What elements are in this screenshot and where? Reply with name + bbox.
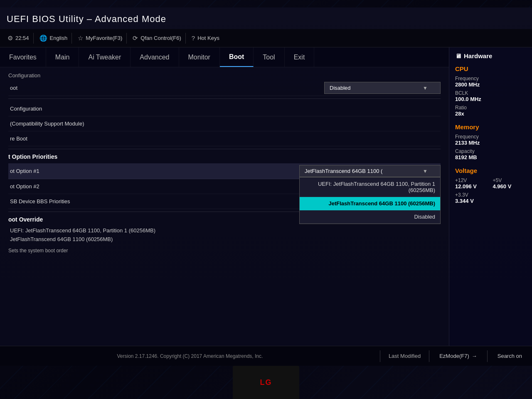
- fan-icon: ⟳: [133, 34, 138, 42]
- cpu-bclk-value: 100.0 MHz: [455, 96, 526, 102]
- cpu-ratio-row: Ratio 28x: [455, 105, 526, 117]
- nav-boot[interactable]: Boot: [220, 47, 254, 67]
- memory-capacity-value: 8192 MB: [455, 154, 526, 160]
- boot-value: Disabled ▼: [324, 82, 441, 94]
- memory-section: Memory Frequency 2133 MHz Capacity 8192 …: [455, 123, 526, 160]
- question-icon: ?: [192, 34, 195, 42]
- time-value: 22:54: [15, 35, 29, 41]
- memory-section-title: Memory: [455, 123, 526, 131]
- v5-label: +5V: [493, 177, 527, 183]
- cpu-frequency-row: Frequency 2800 MHz: [455, 76, 526, 88]
- last-modified-label: Last Modified: [380, 353, 429, 359]
- search-on-button[interactable]: Search on: [488, 346, 532, 366]
- search-on-label: Search on: [498, 353, 522, 359]
- toolbar: ⚙ 22:54 🌐 English ☆ MyFavorite(F3) ⟳ Qfa…: [0, 29, 532, 47]
- clock-icon: ⚙: [7, 34, 13, 42]
- memory-frequency-value: 2133 MHz: [455, 140, 526, 146]
- boot-option1-label: ot Option #1: [8, 168, 299, 174]
- dropdown-option-uefi[interactable]: UEFI: JetFlashTranscend 64GB 1100, Parti…: [300, 177, 440, 197]
- dropdown-option-jetflash[interactable]: JetFlashTranscend 64GB 1100 (60256MB): [300, 197, 440, 210]
- v12-row: +12V 12.096 V: [455, 177, 489, 190]
- nav-ai-tweaker[interactable]: Ai Tweaker: [79, 47, 131, 67]
- nav-main[interactable]: Main: [46, 47, 79, 67]
- override-item-2[interactable]: JetFlashTranscend 64GB 1100 (60256MB): [8, 235, 441, 244]
- boot-option1-row: ot Option #1 JetFlashTranscend 64GB 1100…: [8, 163, 441, 179]
- language-selector[interactable]: 🌐 English: [35, 33, 72, 44]
- cpu-ratio-label: Ratio: [455, 105, 526, 111]
- boot-option1-selected: JetFlashTranscend 64GB 1100 (: [305, 168, 382, 174]
- qfan-button[interactable]: ⟳ Qfan Control(F6): [128, 33, 186, 44]
- nav-exit[interactable]: Exit: [285, 47, 315, 67]
- ezmode-button[interactable]: EzMode(F7) →: [429, 346, 487, 366]
- nav-favorites[interactable]: Favorites: [0, 47, 46, 67]
- breadcrumb: Configuration: [8, 72, 441, 79]
- status-bar: Version 2.17.1246. Copyright (C) 2017 Am…: [0, 346, 532, 366]
- memory-capacity-label: Capacity: [455, 148, 526, 154]
- dropdown-option-disabled[interactable]: Disabled: [300, 210, 440, 224]
- divider-1: [8, 99, 441, 99]
- myfavorite-label: MyFavorite(F3): [86, 35, 122, 41]
- nav-monitor[interactable]: Monitor: [179, 47, 220, 67]
- boot-option1-dropdown-menu: UEFI: JetFlashTranscend 64GB 1100, Parti…: [299, 177, 441, 224]
- v5-value: 4.960 V: [493, 183, 527, 190]
- boot-priorities-title: t Option Priorities: [8, 153, 441, 160]
- boot-row: oot Disabled ▼: [8, 80, 441, 96]
- boot-dropdown-button[interactable]: Disabled ▼: [324, 82, 441, 94]
- hint-text: Sets the system boot order: [8, 248, 441, 254]
- override-item-1[interactable]: UEFI: JetFlashTranscend 64GB 1100, Parti…: [8, 226, 441, 235]
- v12-value: 12.096 V: [455, 183, 489, 190]
- v33-row: +3.3V 3.344 V: [455, 192, 489, 204]
- cpu-section: CPU Frequency 2800 MHz BCLK 100.0 MHz Ra…: [455, 65, 526, 117]
- memory-frequency-row: Frequency 2133 MHz: [455, 134, 526, 146]
- nav-menu: Favorites Main Ai Tweaker Advanced Monit…: [0, 47, 449, 67]
- cpu-frequency-value: 2800 MHz: [455, 81, 526, 88]
- boot-dropdown-selected: Disabled: [330, 85, 351, 91]
- voltage-grid: +12V 12.096 V +5V 4.960 V +3.3V 3.344 V: [455, 177, 526, 204]
- lg-logo: LG: [260, 378, 272, 387]
- nav-advanced[interactable]: Advanced: [131, 47, 179, 67]
- title-bar: UEFI BIOS Utility – Advanced Mode: [0, 11, 532, 27]
- dropdown-arrow-2-icon: ▼: [423, 168, 428, 174]
- boot-label: oot: [8, 85, 324, 91]
- monitor-stand: LG: [233, 366, 299, 399]
- configuration-label: Configuration: [8, 106, 441, 112]
- v5-row: +5V 4.960 V: [493, 177, 527, 190]
- memory-frequency-label: Frequency: [455, 134, 526, 140]
- hotkeys-button[interactable]: ? Hot Keys: [187, 33, 224, 43]
- voltage-section: Voltage +12V 12.096 V +5V 4.960 V +3.3V …: [455, 167, 526, 204]
- main-content: Configuration oot Disabled ▼ Configurati…: [0, 67, 449, 346]
- copyright-text: Version 2.17.1246. Copyright (C) 2017 Am…: [0, 353, 380, 359]
- secure-boot-row: re Boot: [8, 131, 441, 146]
- csm-row: (Compatibility Support Module): [8, 116, 441, 131]
- qfan-label: Qfan Control(F6): [140, 35, 181, 41]
- cpu-bclk-label: BCLK: [455, 90, 526, 96]
- star-icon: ☆: [78, 34, 83, 42]
- hardware-panel-title: 🖥 Hardware: [455, 52, 526, 59]
- divider-2: [8, 149, 441, 149]
- bios-title: UEFI BIOS Utility – Advanced Mode: [7, 14, 166, 25]
- boot-option1-dropdown-button[interactable]: JetFlashTranscend 64GB 1100 ( ▼: [299, 165, 441, 177]
- secure-boot-label: re Boot: [8, 135, 441, 142]
- hardware-panel: 🖥 Hardware CPU Frequency 2800 MHz BCLK 1…: [449, 47, 532, 346]
- boot-option1-value: JetFlashTranscend 64GB 1100 ( ▼ UEFI: Je…: [299, 165, 441, 177]
- dropdown-arrow-icon: ▼: [423, 85, 428, 91]
- v33-label: +3.3V: [455, 192, 489, 198]
- csm-label: (Compatibility Support Module): [8, 121, 441, 127]
- cpu-ratio-value: 28x: [455, 111, 526, 117]
- time-display: ⚙ 22:54: [3, 33, 34, 44]
- cpu-bclk-row: BCLK 100.0 MHz: [455, 90, 526, 102]
- memory-capacity-row: Capacity 8192 MB: [455, 148, 526, 160]
- hotkeys-label: Hot Keys: [197, 35, 219, 41]
- myfavorite-button[interactable]: ☆ MyFavorite(F3): [74, 33, 127, 44]
- nav-tool[interactable]: Tool: [254, 47, 284, 67]
- v12-label: +12V: [455, 177, 489, 183]
- globe-icon: 🌐: [39, 34, 47, 42]
- ezmode-arrow-icon: →: [472, 353, 477, 359]
- boot-option1-dropdown-container: JetFlashTranscend 64GB 1100 ( ▼ UEFI: Je…: [299, 165, 441, 177]
- monitor-icon: 🖥: [455, 52, 461, 59]
- ezmode-label: EzMode(F7): [439, 353, 469, 359]
- cpu-frequency-label: Frequency: [455, 76, 526, 81]
- v33-value: 3.344 V: [455, 198, 489, 204]
- configuration-row: Configuration: [8, 101, 441, 116]
- boot-dropdown-container: Disabled ▼: [324, 82, 441, 94]
